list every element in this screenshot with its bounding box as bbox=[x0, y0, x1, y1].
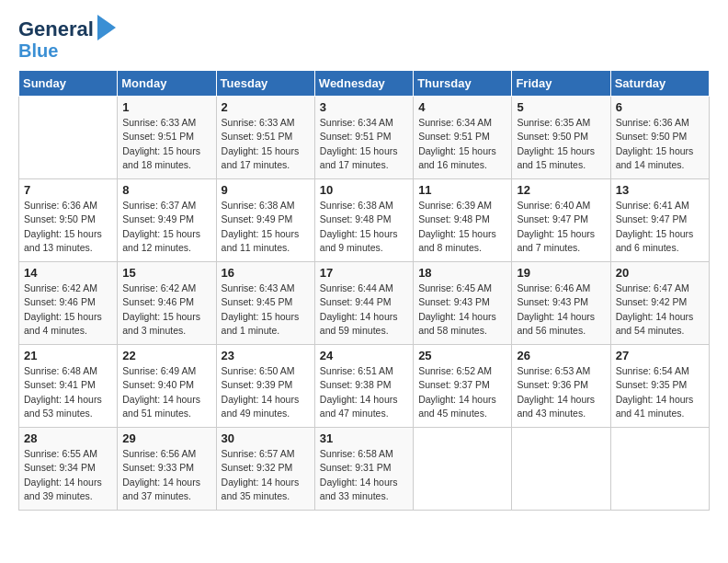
calendar-week-2: 7Sunrise: 6:36 AM Sunset: 9:50 PM Daylig… bbox=[19, 179, 710, 262]
logo: General Blue bbox=[18, 18, 116, 61]
day-content: Sunrise: 6:33 AM Sunset: 9:51 PM Dayligh… bbox=[222, 116, 310, 172]
calendar-cell: 3Sunrise: 6:34 AM Sunset: 9:51 PM Daylig… bbox=[314, 97, 413, 179]
header-monday: Monday bbox=[118, 71, 216, 97]
day-number: 19 bbox=[517, 266, 605, 280]
day-content: Sunrise: 6:56 AM Sunset: 9:33 PM Dayligh… bbox=[122, 447, 210, 503]
day-content: Sunrise: 6:44 AM Sunset: 9:44 PM Dayligh… bbox=[320, 282, 408, 338]
day-number: 26 bbox=[517, 349, 605, 362]
header-thursday: Thursday bbox=[414, 71, 512, 97]
logo-arrow-icon bbox=[97, 15, 116, 40]
logo-blue: Blue bbox=[18, 40, 116, 61]
header-wednesday: Wednesday bbox=[314, 71, 413, 97]
calendar-cell: 19Sunrise: 6:46 AM Sunset: 9:43 PM Dayli… bbox=[512, 262, 610, 345]
calendar-cell: 21Sunrise: 6:48 AM Sunset: 9:41 PM Dayli… bbox=[19, 345, 118, 428]
calendar-week-1: 1Sunrise: 6:33 AM Sunset: 9:51 PM Daylig… bbox=[19, 97, 710, 179]
day-number: 30 bbox=[222, 431, 310, 445]
day-number: 18 bbox=[418, 266, 506, 280]
day-content: Sunrise: 6:40 AM Sunset: 9:47 PM Dayligh… bbox=[517, 199, 605, 255]
calendar-cell: 8Sunrise: 6:37 AM Sunset: 9:49 PM Daylig… bbox=[118, 179, 216, 262]
day-content: Sunrise: 6:55 AM Sunset: 9:34 PM Dayligh… bbox=[24, 447, 112, 503]
day-content: Sunrise: 6:58 AM Sunset: 9:31 PM Dayligh… bbox=[320, 447, 408, 503]
calendar-cell: 18Sunrise: 6:45 AM Sunset: 9:43 PM Dayli… bbox=[414, 262, 512, 345]
day-number: 6 bbox=[616, 100, 704, 114]
day-content: Sunrise: 6:33 AM Sunset: 9:51 PM Dayligh… bbox=[122, 116, 210, 172]
day-number: 15 bbox=[122, 266, 210, 280]
calendar-cell: 4Sunrise: 6:34 AM Sunset: 9:51 PM Daylig… bbox=[414, 97, 512, 179]
day-content: Sunrise: 6:34 AM Sunset: 9:51 PM Dayligh… bbox=[418, 116, 506, 172]
day-content: Sunrise: 6:39 AM Sunset: 9:48 PM Dayligh… bbox=[418, 199, 506, 255]
calendar-cell: 7Sunrise: 6:36 AM Sunset: 9:50 PM Daylig… bbox=[19, 179, 118, 262]
calendar-cell: 9Sunrise: 6:38 AM Sunset: 9:49 PM Daylig… bbox=[216, 179, 314, 262]
calendar-week-5: 28Sunrise: 6:55 AM Sunset: 9:34 PM Dayli… bbox=[19, 428, 710, 511]
day-number: 20 bbox=[616, 266, 704, 280]
header-saturday: Saturday bbox=[610, 71, 709, 97]
day-number: 16 bbox=[222, 266, 310, 280]
day-content: Sunrise: 6:38 AM Sunset: 9:49 PM Dayligh… bbox=[222, 199, 310, 255]
day-number: 12 bbox=[517, 183, 605, 197]
calendar-cell: 14Sunrise: 6:42 AM Sunset: 9:46 PM Dayli… bbox=[19, 262, 118, 345]
calendar-cell bbox=[610, 428, 709, 511]
day-content: Sunrise: 6:42 AM Sunset: 9:46 PM Dayligh… bbox=[122, 282, 210, 338]
day-number: 2 bbox=[222, 100, 310, 114]
day-number: 25 bbox=[418, 349, 506, 362]
day-content: Sunrise: 6:34 AM Sunset: 9:51 PM Dayligh… bbox=[320, 116, 408, 172]
day-number: 10 bbox=[320, 183, 408, 197]
day-content: Sunrise: 6:35 AM Sunset: 9:50 PM Dayligh… bbox=[517, 116, 605, 172]
day-content: Sunrise: 6:43 AM Sunset: 9:45 PM Dayligh… bbox=[222, 282, 310, 338]
day-content: Sunrise: 6:38 AM Sunset: 9:48 PM Dayligh… bbox=[320, 199, 408, 255]
day-number: 24 bbox=[320, 349, 408, 362]
day-content: Sunrise: 6:36 AM Sunset: 9:50 PM Dayligh… bbox=[616, 116, 704, 172]
day-content: Sunrise: 6:42 AM Sunset: 9:46 PM Dayligh… bbox=[24, 282, 112, 338]
day-number: 29 bbox=[122, 431, 210, 445]
day-number: 31 bbox=[320, 431, 408, 445]
calendar-cell: 23Sunrise: 6:50 AM Sunset: 9:39 PM Dayli… bbox=[216, 345, 314, 428]
calendar-cell: 13Sunrise: 6:41 AM Sunset: 9:47 PM Dayli… bbox=[610, 179, 709, 262]
calendar-cell: 22Sunrise: 6:49 AM Sunset: 9:40 PM Dayli… bbox=[118, 345, 216, 428]
calendar-cell: 11Sunrise: 6:39 AM Sunset: 9:48 PM Dayli… bbox=[414, 179, 512, 262]
header-friday: Friday bbox=[512, 71, 610, 97]
calendar-cell bbox=[512, 428, 610, 511]
day-content: Sunrise: 6:50 AM Sunset: 9:39 PM Dayligh… bbox=[222, 364, 310, 420]
day-number: 17 bbox=[320, 266, 408, 280]
calendar-cell: 2Sunrise: 6:33 AM Sunset: 9:51 PM Daylig… bbox=[216, 97, 314, 179]
day-content: Sunrise: 6:52 AM Sunset: 9:37 PM Dayligh… bbox=[418, 364, 506, 420]
page-header: General Blue bbox=[18, 18, 710, 61]
day-number: 8 bbox=[122, 183, 210, 197]
day-number: 3 bbox=[320, 100, 408, 114]
calendar-week-3: 14Sunrise: 6:42 AM Sunset: 9:46 PM Dayli… bbox=[19, 262, 710, 345]
day-content: Sunrise: 6:36 AM Sunset: 9:50 PM Dayligh… bbox=[24, 199, 112, 255]
calendar-cell: 28Sunrise: 6:55 AM Sunset: 9:34 PM Dayli… bbox=[19, 428, 118, 511]
day-number: 5 bbox=[517, 100, 605, 114]
calendar-header-row: SundayMondayTuesdayWednesdayThursdayFrid… bbox=[19, 71, 710, 97]
calendar-cell: 15Sunrise: 6:42 AM Sunset: 9:46 PM Dayli… bbox=[118, 262, 216, 345]
calendar-cell: 17Sunrise: 6:44 AM Sunset: 9:44 PM Dayli… bbox=[314, 262, 413, 345]
day-content: Sunrise: 6:41 AM Sunset: 9:47 PM Dayligh… bbox=[616, 199, 704, 255]
day-number: 22 bbox=[122, 349, 210, 362]
day-number: 23 bbox=[222, 349, 310, 362]
calendar-cell: 24Sunrise: 6:51 AM Sunset: 9:38 PM Dayli… bbox=[314, 345, 413, 428]
calendar-cell: 25Sunrise: 6:52 AM Sunset: 9:37 PM Dayli… bbox=[414, 345, 512, 428]
calendar-cell: 1Sunrise: 6:33 AM Sunset: 9:51 PM Daylig… bbox=[118, 97, 216, 179]
day-content: Sunrise: 6:49 AM Sunset: 9:40 PM Dayligh… bbox=[122, 364, 210, 420]
calendar-week-4: 21Sunrise: 6:48 AM Sunset: 9:41 PM Dayli… bbox=[19, 345, 710, 428]
day-number: 11 bbox=[418, 183, 506, 197]
calendar-cell: 30Sunrise: 6:57 AM Sunset: 9:32 PM Dayli… bbox=[216, 428, 314, 511]
day-content: Sunrise: 6:37 AM Sunset: 9:49 PM Dayligh… bbox=[122, 199, 210, 255]
day-number: 21 bbox=[24, 349, 112, 362]
day-number: 4 bbox=[418, 100, 506, 114]
calendar-cell: 10Sunrise: 6:38 AM Sunset: 9:48 PM Dayli… bbox=[314, 179, 413, 262]
calendar-cell bbox=[19, 97, 118, 179]
calendar-table: SundayMondayTuesdayWednesdayThursdayFrid… bbox=[18, 70, 710, 511]
day-number: 27 bbox=[616, 349, 704, 362]
day-number: 7 bbox=[24, 183, 112, 197]
calendar-cell: 12Sunrise: 6:40 AM Sunset: 9:47 PM Dayli… bbox=[512, 179, 610, 262]
day-number: 28 bbox=[24, 431, 112, 445]
calendar-cell: 20Sunrise: 6:47 AM Sunset: 9:42 PM Dayli… bbox=[610, 262, 709, 345]
calendar-cell: 5Sunrise: 6:35 AM Sunset: 9:50 PM Daylig… bbox=[512, 97, 610, 179]
calendar-cell bbox=[414, 428, 512, 511]
calendar-cell: 27Sunrise: 6:54 AM Sunset: 9:35 PM Dayli… bbox=[610, 345, 709, 428]
day-number: 1 bbox=[122, 100, 210, 114]
logo-text: General bbox=[18, 18, 94, 40]
day-content: Sunrise: 6:54 AM Sunset: 9:35 PM Dayligh… bbox=[616, 364, 704, 420]
calendar-cell: 31Sunrise: 6:58 AM Sunset: 9:31 PM Dayli… bbox=[314, 428, 413, 511]
